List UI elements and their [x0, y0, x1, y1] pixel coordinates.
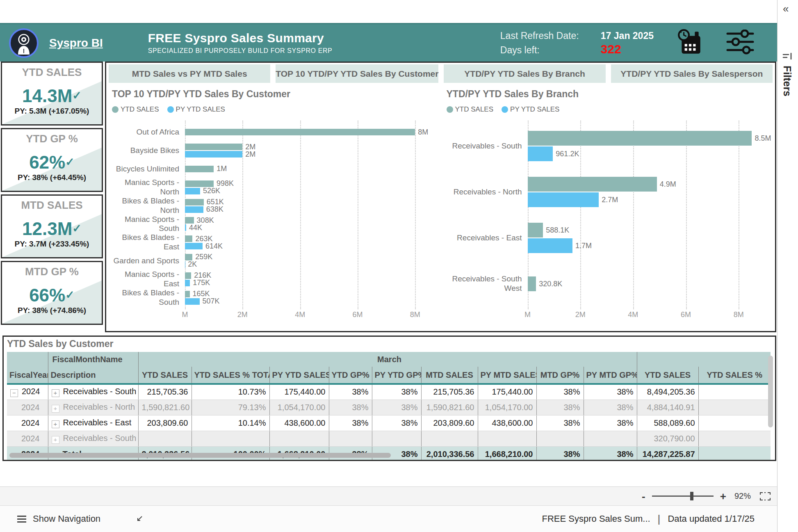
chart-title: YTD/PY YTD Sales By Branch — [447, 89, 775, 100]
ytd-sales-bar[interactable] — [185, 180, 214, 187]
collapse-pane-icon[interactable]: « — [783, 2, 789, 15]
kpi-py-value: PY: 38% (+64.45%) — [2, 173, 102, 182]
x-tick-label: 6M — [352, 311, 363, 319]
column-header[interactable]: MTD SALES — [421, 367, 478, 384]
filters-pane-label[interactable]: Filters — [781, 66, 793, 96]
column-header[interactable]: PY YTD SALES — [269, 367, 329, 384]
legend-item-ytd: YTD SALES — [112, 105, 159, 114]
column-header[interactable]: YTD GP% — [329, 367, 372, 384]
value-cell — [584, 431, 637, 446]
kpi-value: 14.3M✓ — [2, 87, 102, 105]
py-ytd-sales-bar[interactable] — [185, 298, 200, 305]
x-tick-label: 4M — [295, 311, 305, 319]
value-cell: 38% — [584, 446, 637, 461]
zoom-in-button[interactable]: + — [720, 491, 726, 502]
bar-value-label: 320.8K — [539, 280, 562, 288]
tab-mtd-vs-py[interactable]: MTD Sales vs PY MTD Sales — [109, 64, 270, 83]
py-ytd-sales-bar[interactable] — [528, 238, 572, 253]
ytd-sales-bar[interactable] — [185, 129, 415, 135]
expand-row-button[interactable]: + — [52, 436, 59, 444]
tab-salesperson[interactable]: YTD/PY YTD Sales By Salesperson — [611, 64, 773, 83]
category-label: Maniac Sports - North — [111, 178, 185, 197]
kpi-value: 12.3M✓ — [2, 220, 102, 238]
expand-row-button[interactable]: + — [52, 405, 59, 413]
py-ytd-sales-bar[interactable] — [185, 243, 203, 249]
ytd-sales-bar[interactable] — [185, 254, 192, 260]
expand-row-button[interactable]: + — [52, 420, 59, 428]
value-cell — [698, 415, 771, 431]
column-header[interactable]: FiscalYear — [7, 367, 48, 384]
category-label: Receivables - South — [446, 142, 528, 151]
value-cell — [478, 431, 536, 446]
syspro-bi-logo — [9, 28, 39, 58]
py-ytd-sales-bar[interactable] — [528, 146, 553, 161]
horizontal-scrollbar[interactable] — [9, 453, 391, 458]
ytd-sales-bar[interactable] — [185, 235, 192, 242]
tab-top10-customer[interactable]: TOP 10 YTD/PY YTD Sales By Customer — [276, 64, 438, 83]
value-cell: 8,494,205.36 — [637, 384, 698, 400]
chart-title: TOP 10 YTD/PY YTD Sales By Customer — [112, 89, 441, 100]
show-navigation-button[interactable]: Show Navigation — [33, 514, 100, 524]
py-ytd-sales-bar[interactable] — [185, 224, 186, 231]
ytd-sales-bar[interactable] — [528, 131, 752, 146]
bar-value-label: 2K — [188, 260, 197, 269]
collapse-year-button[interactable]: − — [10, 389, 18, 397]
hamburger-menu-icon[interactable] — [17, 516, 26, 523]
value-cell: 215,705.36 — [138, 384, 192, 400]
zoom-slider-thumb[interactable] — [690, 492, 693, 500]
x-axis: M2M4M6M8M — [185, 311, 433, 320]
group-header-month: March — [138, 352, 637, 367]
sliders-settings-icon[interactable] — [726, 30, 755, 57]
plot-area: Receivables - South8.5M961.2KReceivables… — [446, 123, 768, 307]
vertical-scrollbar[interactable] — [768, 356, 773, 427]
py-ytd-sales-bar[interactable] — [528, 192, 599, 207]
fit-to-page-icon[interactable] — [760, 492, 771, 500]
value-cell — [536, 431, 584, 446]
column-header[interactable]: YTD SALES % — [698, 367, 771, 384]
ytd-sales-bar[interactable] — [185, 199, 204, 205]
column-header[interactable]: PY YTD GP% — [372, 367, 421, 384]
zoom-out-button[interactable]: - — [642, 491, 645, 502]
ytd-sales-bar[interactable] — [185, 144, 242, 150]
column-header[interactable]: Description — [48, 367, 138, 384]
value-cell: 438,600.00 — [478, 415, 536, 431]
value-cell — [192, 431, 269, 446]
ytd-sales-bar[interactable] — [185, 291, 190, 297]
x-axis: M2M4M6M8M — [528, 311, 768, 320]
chart-row: Bikes & Blades - South165K507K — [111, 288, 433, 307]
py-ytd-sales-bar[interactable] — [185, 151, 242, 158]
value-cell: 175,440.00 — [478, 384, 536, 400]
zoom-slider[interactable] — [652, 495, 714, 497]
column-header[interactable]: YTD SALES % TOTAL — [192, 367, 269, 384]
x-tick-label: 4M — [628, 311, 638, 319]
collapse-diagonal-icon[interactable] — [135, 515, 144, 523]
column-header[interactable]: PY MTD GP% — [584, 367, 637, 384]
charts-panel: MTD Sales vs PY MTD Sales TOP 10 YTD/PY … — [105, 62, 776, 332]
expand-row-button[interactable]: + — [52, 389, 59, 397]
chart-row: Bicycles Unlimited1M — [111, 160, 433, 178]
column-header[interactable]: YTD SALES — [637, 367, 698, 384]
chart-row: Receivables - South8.5M961.2K — [446, 123, 768, 169]
ytd-sales-bar[interactable] — [528, 177, 657, 192]
check-icon: ✓ — [72, 89, 82, 102]
ytd-sales-bar[interactable] — [528, 223, 543, 237]
calendar-clock-icon[interactable] — [676, 29, 703, 57]
kpi-title: YTD SALES — [2, 66, 102, 79]
py-ytd-sales-bar[interactable] — [185, 280, 190, 286]
column-header[interactable]: PY MTD SALES — [478, 367, 536, 384]
ytd-sales-bar[interactable] — [528, 276, 536, 291]
ytd-sales-bar[interactable] — [185, 272, 191, 279]
bar-value-label: 1.7M — [575, 242, 592, 250]
expand-filters-icon[interactable] — [782, 53, 793, 63]
column-header[interactable]: YTD SALES — [138, 367, 192, 384]
ytd-sales-bar[interactable] — [185, 217, 194, 224]
x-tick-label: 2M — [575, 311, 586, 319]
tab-branch[interactable]: YTD/PY YTD Sales By Branch — [444, 64, 605, 83]
ytd-sales-bar[interactable] — [185, 166, 214, 172]
value-cell — [698, 384, 771, 400]
py-ytd-sales-bar[interactable] — [185, 206, 203, 213]
py-ytd-sales-bar[interactable] — [185, 188, 200, 194]
kpi-title: MTD GP % — [2, 265, 102, 278]
column-header[interactable]: MTD GP% — [536, 367, 584, 384]
bar-value-label: 1M — [217, 164, 227, 173]
